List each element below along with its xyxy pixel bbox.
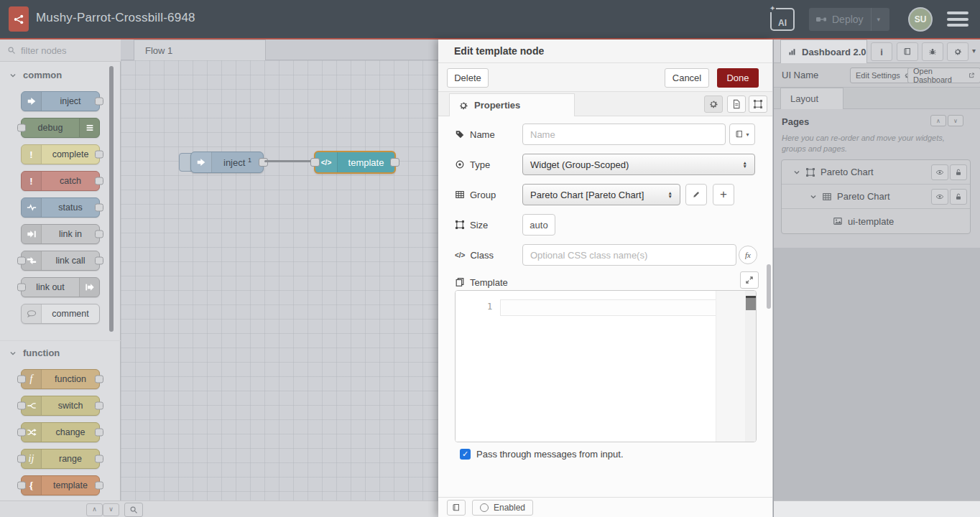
palette-category-function[interactable]: function bbox=[0, 340, 121, 363]
cancel-button[interactable]: Cancel bbox=[665, 68, 709, 88]
description-view-button[interactable] bbox=[727, 96, 746, 113]
palette-node-catch[interactable]: !catch bbox=[21, 171, 100, 191]
chevron-down-icon[interactable] bbox=[793, 169, 800, 176]
template-node-label: template bbox=[338, 157, 394, 168]
canvas-node-template[interactable]: </> template bbox=[314, 151, 396, 174]
page-title: Mushy-Parrot-Crossbill-6948 bbox=[36, 11, 195, 25]
visibility-toggle-button[interactable] bbox=[931, 189, 948, 205]
sidebar-menu-caret[interactable]: ▾ bbox=[972, 47, 976, 55]
layout-tree-item-ui-template[interactable]: ui-template bbox=[782, 209, 970, 233]
inject-output-port[interactable] bbox=[259, 158, 268, 167]
node-help-button[interactable] bbox=[447, 500, 466, 516]
passthrough-checkbox[interactable]: ✓ bbox=[460, 449, 471, 460]
pages-collapse-button[interactable]: ∧ bbox=[930, 115, 946, 126]
tab-dashboard-2[interactable]: Dashboard 2.0 bbox=[780, 39, 867, 63]
library-dropdown-button[interactable]: ▾ bbox=[729, 124, 755, 145]
palette-search[interactable]: filter nodes bbox=[0, 39, 121, 62]
fx-button[interactable]: fx bbox=[739, 246, 757, 264]
edit-settings-button[interactable]: Edit Settings bbox=[850, 67, 917, 83]
palette-expand-all-button[interactable]: ∨ bbox=[103, 503, 119, 516]
ui-name-row: UI Name Edit Settings Open Dashboard bbox=[774, 63, 980, 88]
size-auto-button[interactable]: auto bbox=[522, 214, 555, 236]
tab-properties[interactable]: Properties bbox=[449, 93, 575, 116]
palette-node-comment[interactable]: comment bbox=[21, 304, 100, 324]
palette-scrollbar[interactable] bbox=[109, 66, 114, 332]
lock-toggle-button[interactable] bbox=[950, 189, 967, 205]
ai-assistant-button[interactable]: ✦ AI bbox=[770, 8, 795, 31]
flow-canvas[interactable]: inject 1 </> template bbox=[121, 60, 438, 500]
expand-editor-button[interactable] bbox=[740, 271, 759, 289]
palette-node-complete[interactable]: !complete bbox=[21, 144, 100, 164]
help-button[interactable] bbox=[897, 42, 918, 61]
template-output-port[interactable] bbox=[390, 158, 399, 167]
enabled-toggle-button[interactable]: Enabled bbox=[472, 500, 533, 516]
pages-expand-button[interactable]: ∨ bbox=[948, 115, 963, 126]
ui-name-label: UI Name bbox=[782, 70, 818, 80]
palette-node-inject[interactable]: inject bbox=[21, 91, 100, 111]
done-button[interactable]: Done bbox=[717, 68, 759, 88]
chevron-down-icon[interactable] bbox=[810, 193, 817, 200]
exclamation-icon: ! bbox=[22, 145, 42, 164]
node-port bbox=[17, 376, 26, 383]
properties-view-button[interactable] bbox=[704, 96, 723, 113]
canvas-search-button[interactable] bbox=[124, 503, 143, 517]
editor-scrollbar-thumb[interactable] bbox=[746, 296, 756, 310]
palette-node-function[interactable]: ffunction bbox=[21, 369, 100, 389]
deploy-dropdown-caret[interactable]: ▾ bbox=[871, 8, 887, 31]
pencil-icon bbox=[692, 190, 701, 199]
wire-inject-to-template[interactable] bbox=[264, 160, 316, 162]
palette-node-status[interactable]: status bbox=[21, 197, 100, 218]
palette-collapse-all-button[interactable]: ∧ bbox=[86, 503, 103, 516]
class-input[interactable] bbox=[522, 244, 736, 266]
palette-node-link-call[interactable]: link call bbox=[21, 251, 100, 271]
appearance-view-button[interactable] bbox=[749, 96, 767, 113]
add-group-button[interactable]: + bbox=[713, 184, 734, 205]
type-select[interactable]: Widget (Group-Scoped) ▲▼ bbox=[522, 154, 755, 175]
layout-tree: Pareto ChartPareto Chartui-template bbox=[781, 159, 971, 234]
palette-node-range[interactable]: ijrange bbox=[21, 449, 100, 469]
palette-category-common[interactable]: common bbox=[0, 62, 121, 85]
template-code-editor[interactable]: 1 bbox=[455, 290, 757, 442]
config-button[interactable] bbox=[947, 42, 969, 61]
palette-node-debug[interactable]: debug bbox=[21, 118, 100, 138]
node-port bbox=[17, 482, 26, 490]
layout-tree-item-Pareto-Chart[interactable]: Pareto Chart bbox=[782, 160, 970, 185]
gear-icon bbox=[708, 99, 718, 109]
template-input-port[interactable] bbox=[310, 158, 320, 167]
dialog-scrollbar-thumb[interactable] bbox=[767, 264, 771, 309]
node-port bbox=[95, 177, 103, 185]
group-select[interactable]: Pareto Chart [Pareto Chart] ▲▼ bbox=[522, 184, 680, 205]
book-icon bbox=[903, 47, 912, 56]
edit-group-button[interactable] bbox=[685, 184, 707, 205]
layout-tree-item-Pareto-Chart[interactable]: Pareto Chart bbox=[782, 185, 970, 209]
editor-scrollbar[interactable] bbox=[745, 291, 757, 442]
palette-node-link-in[interactable]: link in bbox=[21, 224, 100, 244]
deploy-button[interactable]: Deploy ▾ bbox=[809, 8, 889, 31]
workspace-footer bbox=[121, 500, 438, 517]
main-menu-button[interactable] bbox=[947, 11, 969, 27]
name-input[interactable] bbox=[522, 124, 726, 145]
editor-active-line[interactable] bbox=[500, 299, 717, 316]
header-bar: Mushy-Parrot-Crossbill-6948 ✦ AI Deploy … bbox=[0, 0, 980, 38]
info-button[interactable]: i bbox=[871, 42, 892, 61]
sidebar-footer bbox=[774, 500, 980, 517]
palette-node-template[interactable]: {template bbox=[21, 475, 100, 495]
palette-node-change[interactable]: change bbox=[21, 422, 100, 442]
open-dashboard-button[interactable]: Open Dashboard bbox=[907, 67, 980, 83]
tab-layout[interactable]: Layout bbox=[780, 88, 843, 109]
node-port bbox=[17, 402, 26, 410]
lock-toggle-button[interactable] bbox=[950, 164, 967, 180]
palette-node-switch[interactable]: switch bbox=[21, 396, 100, 416]
tab-flow-1[interactable]: Flow 1 bbox=[134, 39, 266, 60]
canvas-node-inject[interactable]: inject 1 bbox=[190, 152, 264, 173]
search-icon bbox=[7, 46, 16, 55]
debug-button[interactable] bbox=[922, 42, 943, 61]
user-avatar[interactable]: SU bbox=[908, 7, 933, 32]
dialog-toolbar: Delete Cancel Done bbox=[438, 63, 772, 92]
inject-arrow-icon bbox=[22, 92, 42, 111]
node-port bbox=[95, 402, 103, 410]
palette-node-link-out[interactable]: link out bbox=[21, 277, 100, 297]
delete-button[interactable]: Delete bbox=[447, 68, 489, 88]
sidebar-empty-area bbox=[774, 248, 980, 500]
visibility-toggle-button[interactable] bbox=[931, 164, 948, 180]
